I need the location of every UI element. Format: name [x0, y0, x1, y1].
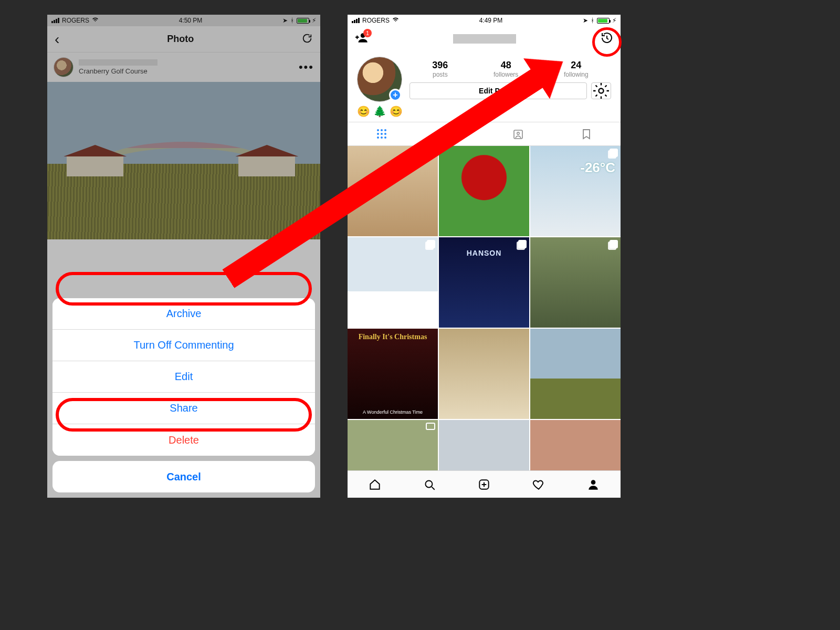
svg-point-6	[381, 133, 383, 135]
grid-cell[interactable]	[348, 237, 438, 328]
svg-point-16	[425, 480, 432, 487]
profile-info: + 396 posts 48 followers 24 following Ed…	[348, 51, 621, 104]
phone-left: ROGERS 4:50 PM ➤ ᚼ ⚡︎ ‹ Photo Cranberry …	[47, 15, 320, 498]
profile-view-tabs	[348, 122, 621, 146]
multi-photo-icon	[610, 149, 618, 157]
grid-cell[interactable]: HANSON	[439, 237, 529, 328]
overlay-text: Finally It's Christmas	[348, 333, 438, 341]
tab-saved[interactable]	[552, 122, 621, 145]
svg-point-7	[384, 133, 386, 135]
nav-profile[interactable]	[566, 471, 621, 498]
svg-line-17	[432, 487, 434, 489]
grid-cell[interactable]	[530, 329, 621, 419]
carrier-label: ROGERS	[362, 17, 390, 24]
nav-home[interactable]	[348, 471, 402, 498]
grid-cell[interactable]	[530, 237, 621, 328]
clock: 4:49 PM	[479, 17, 503, 24]
stat-posts[interactable]: 396 posts	[432, 60, 448, 78]
multi-photo-icon	[427, 240, 435, 248]
nav-new-post[interactable]	[457, 471, 511, 498]
svg-point-21	[591, 480, 596, 485]
action-edit[interactable]: Edit	[52, 361, 315, 393]
svg-point-3	[381, 129, 383, 131]
multi-photo-icon	[427, 149, 435, 157]
notification-badge: 1	[363, 29, 372, 37]
action-delete[interactable]: Delete	[52, 424, 315, 456]
svg-point-4	[384, 129, 386, 131]
overlay-text: A Wonderful Christmas Time	[348, 410, 438, 415]
nav-search[interactable]	[402, 471, 457, 498]
archive-history-icon[interactable]	[601, 32, 613, 46]
bluetooth-icon: ᚼ	[591, 17, 594, 24]
settings-button[interactable]	[591, 82, 611, 99]
camera-icon	[426, 423, 435, 430]
svg-point-2	[377, 129, 379, 131]
location-arrow-icon: ➤	[583, 17, 588, 24]
story-highlights[interactable]: 😊🌲😊	[348, 104, 621, 122]
tab-grid[interactable]	[348, 122, 416, 145]
multi-photo-icon	[610, 240, 618, 248]
grid-cell[interactable]: -26°C	[530, 146, 621, 236]
action-archive[interactable]: Archive	[52, 298, 315, 330]
overlay-text: -26°C	[580, 160, 615, 176]
action-turn-off-commenting[interactable]: Turn Off Commenting	[52, 330, 315, 361]
phone-right: ROGERS 4:49 PM ➤ ᚼ ⚡︎ 1 + 3	[348, 15, 621, 498]
action-sheet: Archive Turn Off Commenting Edit Share D…	[52, 298, 315, 492]
stat-following[interactable]: 24 following	[564, 60, 589, 78]
add-story-icon[interactable]: +	[389, 89, 402, 101]
post-grid: -26°C HANSON Finally It's Christmas A Wo…	[348, 146, 621, 498]
wifi-icon	[392, 16, 399, 25]
svg-point-15	[517, 132, 519, 134]
grid-cell[interactable]: Finally It's Christmas A Wonderful Chris…	[348, 329, 438, 419]
grid-cell[interactable]	[439, 329, 529, 419]
action-cancel[interactable]: Cancel	[52, 461, 315, 492]
svg-point-5	[377, 133, 379, 135]
profile-top-bar: 1	[348, 26, 621, 51]
bottom-nav	[348, 470, 621, 498]
svg-point-9	[381, 136, 383, 139]
nav-activity[interactable]	[511, 471, 566, 498]
multi-photo-icon	[518, 240, 527, 248]
svg-point-8	[377, 136, 379, 139]
profile-username[interactable]	[453, 34, 516, 44]
svg-point-10	[384, 136, 386, 139]
edit-profile-button[interactable]: Edit Profile	[410, 82, 587, 99]
overlay-text: HANSON	[439, 249, 529, 257]
tab-list[interactable]	[416, 122, 484, 145]
action-share[interactable]: Share	[52, 393, 315, 424]
discover-people-button[interactable]: 1	[355, 31, 369, 47]
profile-avatar[interactable]: +	[357, 57, 402, 102]
grid-cell[interactable]	[348, 146, 438, 236]
charging-icon: ⚡︎	[612, 17, 616, 24]
svg-point-1	[599, 88, 604, 93]
grid-cell[interactable]	[439, 146, 529, 236]
signal-icon	[352, 18, 360, 23]
stat-followers[interactable]: 48 followers	[494, 60, 518, 78]
status-bar: ROGERS 4:49 PM ➤ ᚼ ⚡︎	[348, 15, 621, 26]
battery-icon	[597, 18, 610, 24]
tab-tagged[interactable]	[484, 122, 552, 145]
